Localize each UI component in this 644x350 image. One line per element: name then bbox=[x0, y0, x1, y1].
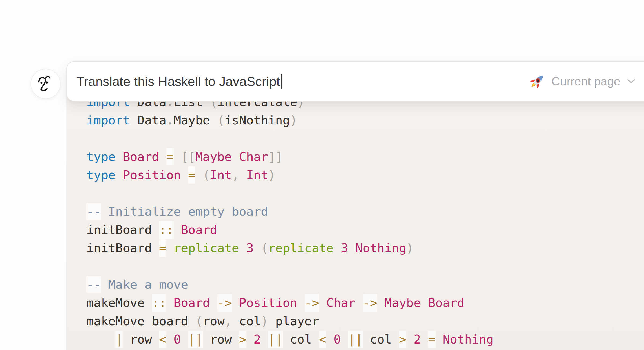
chevron-down-icon bbox=[627, 79, 635, 84]
code-line: -- Initialize empty board bbox=[86, 203, 493, 221]
prompt-input[interactable]: Translate this Haskell to JavaScript bbox=[76, 74, 529, 89]
doodle-face-icon bbox=[37, 75, 53, 91]
code-line: -- Make a move bbox=[86, 276, 493, 294]
text-caret bbox=[281, 74, 282, 89]
code-line: initBoard :: Board bbox=[86, 221, 493, 239]
code-line: import Data.Maybe (isNothing) bbox=[86, 111, 493, 129]
scope-label: Current page bbox=[551, 75, 620, 88]
code-line: type Position = (Int, Int) bbox=[86, 166, 493, 184]
code-line bbox=[86, 257, 493, 276]
context-scope-selector[interactable]: Current page bbox=[529, 73, 635, 90]
code-editor[interactable]: import Data.List (intercalate)import Dat… bbox=[86, 93, 493, 349]
prompt-input-text: Translate this Haskell to JavaScript bbox=[76, 74, 280, 89]
rocket-icon bbox=[529, 73, 546, 90]
assistant-logo-button[interactable] bbox=[31, 69, 61, 99]
assistant-prompt-bar: Translate this Haskell to JavaScript Cur… bbox=[66, 61, 644, 102]
code-line bbox=[86, 129, 493, 148]
page: import Data.List (intercalate)import Dat… bbox=[0, 0, 644, 350]
code-line: type Board = [[Maybe Char]] bbox=[86, 148, 493, 166]
code-line: | row < 0 || row > 2 || col < 0 || col >… bbox=[86, 330, 493, 349]
code-line: makeMove :: Board -> Position -> Char ->… bbox=[86, 294, 493, 312]
code-line bbox=[86, 184, 493, 203]
code-line: initBoard = replicate 3 (replicate 3 Not… bbox=[86, 239, 493, 257]
code-line: makeMove board (row, col) player bbox=[86, 312, 493, 330]
